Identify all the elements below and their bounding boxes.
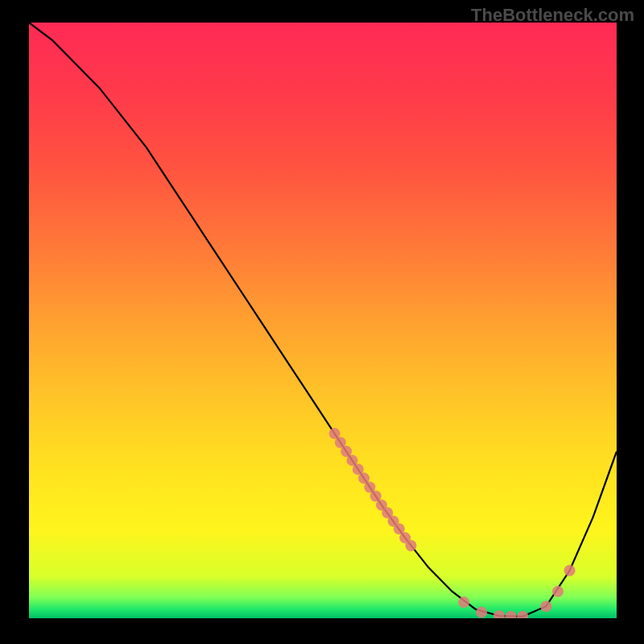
watermark-text: TheBottleneck.com xyxy=(471,5,634,26)
bottleneck-chart xyxy=(29,23,617,618)
data-point xyxy=(552,586,564,597)
data-point xyxy=(458,597,469,608)
data-point xyxy=(406,540,417,551)
gradient-background xyxy=(29,23,617,618)
data-point xyxy=(564,565,576,576)
data-point xyxy=(540,601,551,612)
data-point xyxy=(476,607,487,618)
